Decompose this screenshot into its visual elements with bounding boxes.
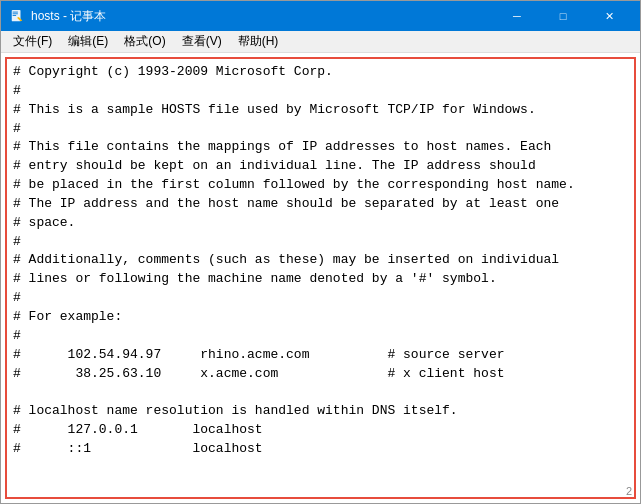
window-controls: ─ □ ✕ <box>494 1 632 31</box>
menu-help[interactable]: 帮助(H) <box>230 31 287 52</box>
maximize-button[interactable]: □ <box>540 1 586 31</box>
text-content[interactable]: # Copyright (c) 1993-2009 Microsoft Corp… <box>7 59 634 497</box>
menu-file[interactable]: 文件(F) <box>5 31 60 52</box>
window-title: hosts - 记事本 <box>31 8 494 25</box>
menu-edit[interactable]: 编辑(E) <box>60 31 116 52</box>
menu-view[interactable]: 查看(V) <box>174 31 230 52</box>
minimize-button[interactable]: ─ <box>494 1 540 31</box>
close-button[interactable]: ✕ <box>586 1 632 31</box>
svg-rect-3 <box>13 15 17 16</box>
menu-format[interactable]: 格式(O) <box>116 31 173 52</box>
svg-rect-1 <box>13 12 18 13</box>
menu-bar: 文件(F) 编辑(E) 格式(O) 查看(V) 帮助(H) <box>1 31 640 53</box>
notepad-window: hosts - 记事本 ─ □ ✕ 文件(F) 编辑(E) 格式(O) 查看(V… <box>0 0 641 504</box>
app-icon <box>9 8 25 24</box>
content-area: # Copyright (c) 1993-2009 Microsoft Corp… <box>1 53 640 503</box>
svg-rect-2 <box>13 13 18 14</box>
text-editor-border: # Copyright (c) 1993-2009 Microsoft Corp… <box>5 57 636 499</box>
title-bar: hosts - 记事本 ─ □ ✕ <box>1 1 640 31</box>
